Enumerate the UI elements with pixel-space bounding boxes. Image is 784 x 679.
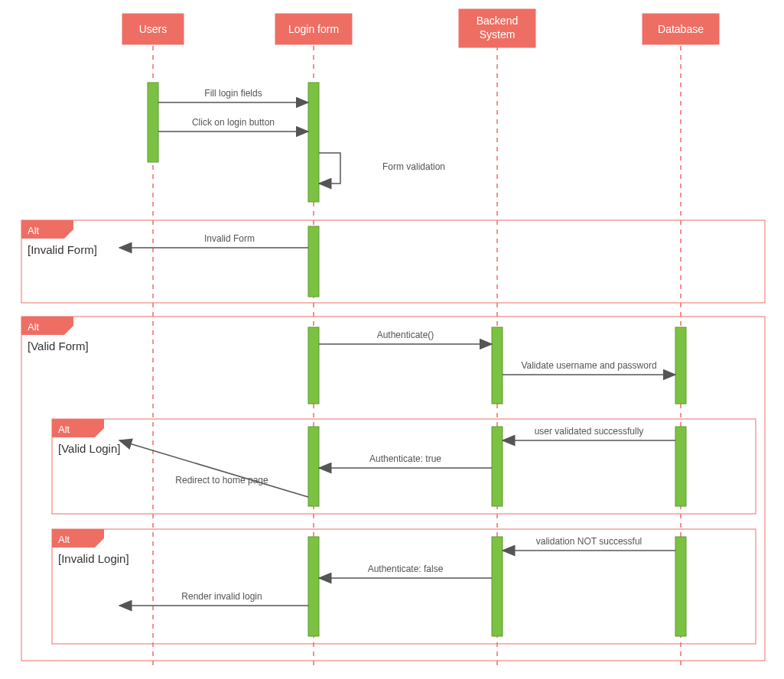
msg-badval-label: validation NOT successful [536, 536, 642, 547]
msg-auth-label: Authenticate() [377, 330, 434, 340]
alt-cond-invalidform: [Invalid Form] [28, 243, 97, 256]
msg-render-label: Render invalid login [181, 591, 262, 602]
msg-self-formval [319, 153, 340, 184]
bar-db-2 [675, 427, 686, 506]
actor-db-label: Database [658, 23, 704, 35]
alt-tab-2-label: Alt [28, 321, 40, 333]
altbox-invalidlogin [52, 529, 756, 644]
bar-users-1 [148, 83, 158, 162]
bar-login-1 [308, 83, 319, 202]
actor-users-label: Users [139, 23, 168, 35]
bar-db-3 [675, 537, 686, 636]
msg-authfalse-label: Authenticate: false [368, 564, 444, 574]
msg-formval-label: Form validation [382, 161, 445, 172]
msg-validup-label: Validate username and password [521, 360, 656, 371]
msg-okval-label: user validated successfully [535, 426, 644, 437]
msg-fill-label: Fill login fields [204, 88, 262, 99]
bar-login-4 [308, 427, 319, 506]
alt-tab-4-label: Alt [58, 534, 70, 545]
bar-login-5 [308, 537, 319, 636]
bar-login-3 [308, 327, 319, 404]
bar-backend-1 [492, 327, 503, 404]
bar-login-2 [308, 226, 319, 297]
bar-backend-2 [492, 427, 503, 506]
msg-invalid-label: Invalid Form [204, 233, 255, 244]
msg-authtrue-label: Authenticate: true [369, 453, 441, 464]
actor-backend-label-2: System [480, 28, 516, 41]
actor-backend-label-1: Backend [477, 15, 518, 27]
msg-click-label: Click on login button [192, 117, 275, 128]
alt-cond-invalidlogin: [Invalid Login] [58, 552, 129, 565]
alt-tab-1-label: Alt [28, 225, 40, 236]
actor-login-label: Login form [288, 23, 339, 35]
msg-redirect-label: Redirect to home page [175, 475, 268, 486]
sequence-diagram: Users Login form Backend System Database… [0, 0, 784, 679]
altbox-invalidform [21, 220, 765, 303]
bar-backend-3 [492, 537, 503, 636]
alt-cond-validlogin: [Valid Login] [58, 442, 120, 455]
bar-db-1 [675, 327, 686, 404]
alt-cond-validform: [Valid Form] [28, 340, 89, 352]
altbox-validlogin [52, 419, 756, 514]
msg-redirect [119, 440, 308, 497]
alt-tab-3-label: Alt [58, 424, 70, 435]
